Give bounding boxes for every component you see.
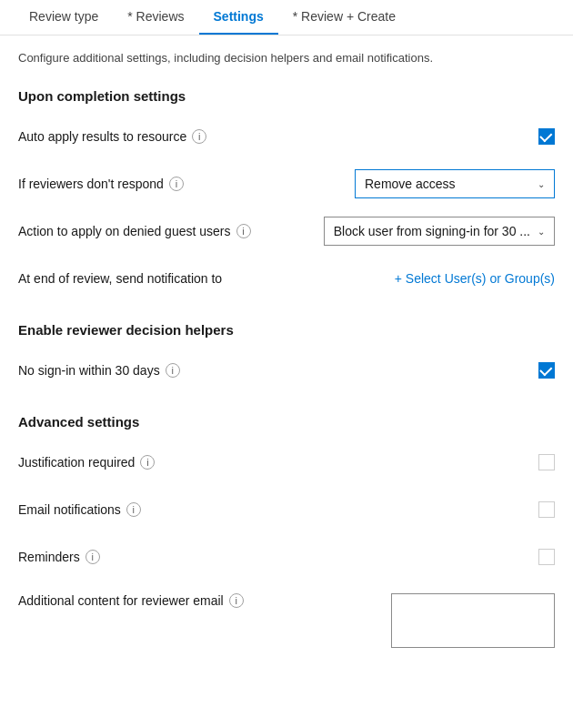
no-sign-in-info-icon[interactable]: i [166, 363, 180, 378]
reminders-control [538, 549, 555, 565]
reminders-row: Reminders i [18, 542, 555, 571]
advanced-settings-title: Advanced settings [18, 414, 555, 430]
additional-content-row: Additional content for reviewer email i [18, 590, 555, 648]
decision-helpers-section: Enable reviewer decision helpers No sign… [18, 322, 555, 385]
upon-completion-title: Upon completion settings [18, 88, 555, 104]
action-denied-dropdown-value: Block user from signing-in for 30 ... [334, 224, 530, 238]
justification-info-icon[interactable]: i [140, 455, 155, 470]
tab-reviews[interactable]: Reviews [113, 0, 198, 35]
action-denied-dropdown-arrow: ⌄ [538, 227, 545, 237]
additional-content-control [391, 593, 555, 648]
auto-apply-label: Auto apply results to resource i [18, 129, 206, 144]
if-reviewers-info-icon[interactable]: i [169, 177, 184, 191]
end-of-review-row: At end of review, send notification to +… [18, 264, 555, 293]
end-of-review-control: + Select User(s) or Group(s) [395, 271, 555, 286]
end-of-review-label: At end of review, send notification to [18, 271, 222, 286]
email-notifications-checkbox[interactable] [538, 501, 555, 518]
email-notifications-row: Email notifications i [18, 495, 555, 524]
action-denied-label-text: Action to apply on denied guest users [18, 224, 231, 238]
page-description: Configure additional settings, including… [18, 50, 555, 66]
action-denied-dropdown[interactable]: Block user from signing-in for 30 ... ⌄ [324, 217, 555, 246]
email-notifications-info-icon[interactable]: i [126, 502, 141, 517]
select-user-link[interactable]: + Select User(s) or Group(s) [395, 271, 555, 286]
justification-row: Justification required i [18, 448, 555, 477]
advanced-settings-section: Advanced settings Justification required… [18, 414, 555, 648]
tab-review-type[interactable]: Review type [15, 0, 113, 35]
auto-apply-control [538, 128, 555, 145]
tab-settings[interactable]: Settings [199, 0, 278, 35]
if-reviewers-dropdown[interactable]: Remove access ⌄ [355, 169, 555, 198]
end-of-review-label-text: At end of review, send notification to [18, 271, 222, 286]
justification-label: Justification required i [18, 455, 155, 470]
action-denied-info-icon[interactable]: i [236, 224, 251, 238]
no-sign-in-label: No sign-in within 30 days i [18, 363, 180, 378]
if-reviewers-label-text: If reviewers don't respond [18, 177, 164, 191]
reminders-info-icon[interactable]: i [85, 550, 100, 564]
reminders-label: Reminders i [18, 550, 100, 564]
no-sign-in-checkbox[interactable] [538, 362, 555, 379]
action-denied-label: Action to apply on denied guest users i [18, 224, 251, 238]
decision-helpers-title: Enable reviewer decision helpers [18, 322, 555, 338]
if-reviewers-dropdown-value: Remove access [365, 177, 456, 191]
justification-label-text: Justification required [18, 455, 135, 470]
additional-content-label: Additional content for reviewer email i [18, 593, 244, 608]
auto-apply-checkbox[interactable] [538, 128, 555, 145]
action-denied-row: Action to apply on denied guest users i … [18, 217, 555, 246]
upon-completion-section: Upon completion settings Auto apply resu… [18, 88, 555, 293]
additional-content-label-text: Additional content for reviewer email [18, 593, 224, 608]
email-notifications-label: Email notifications i [18, 502, 141, 517]
email-notifications-control [538, 501, 555, 518]
action-denied-control: Block user from signing-in for 30 ... ⌄ [324, 217, 555, 246]
main-content: Configure additional settings, including… [0, 35, 573, 692]
auto-apply-info-icon[interactable]: i [192, 129, 206, 144]
reminders-label-text: Reminders [18, 550, 80, 564]
email-notifications-label-text: Email notifications [18, 502, 121, 517]
tab-review-create[interactable]: Review + Create [278, 0, 410, 35]
additional-content-info-icon[interactable]: i [229, 593, 244, 608]
if-reviewers-dropdown-arrow: ⌄ [538, 179, 545, 189]
if-reviewers-row: If reviewers don't respond i Remove acce… [18, 169, 555, 198]
no-sign-in-row: No sign-in within 30 days i [18, 356, 555, 385]
if-reviewers-label: If reviewers don't respond i [18, 177, 184, 191]
justification-checkbox[interactable] [538, 454, 555, 470]
justification-control [538, 454, 555, 470]
no-sign-in-control [538, 362, 555, 379]
auto-apply-row: Auto apply results to resource i [18, 122, 555, 151]
additional-content-textarea[interactable] [391, 593, 555, 648]
reminders-checkbox[interactable] [538, 549, 555, 565]
tab-navigation: Review type Reviews Settings Review + Cr… [0, 0, 573, 35]
auto-apply-label-text: Auto apply results to resource [18, 129, 186, 144]
no-sign-in-label-text: No sign-in within 30 days [18, 363, 160, 378]
if-reviewers-control: Remove access ⌄ [355, 169, 555, 198]
